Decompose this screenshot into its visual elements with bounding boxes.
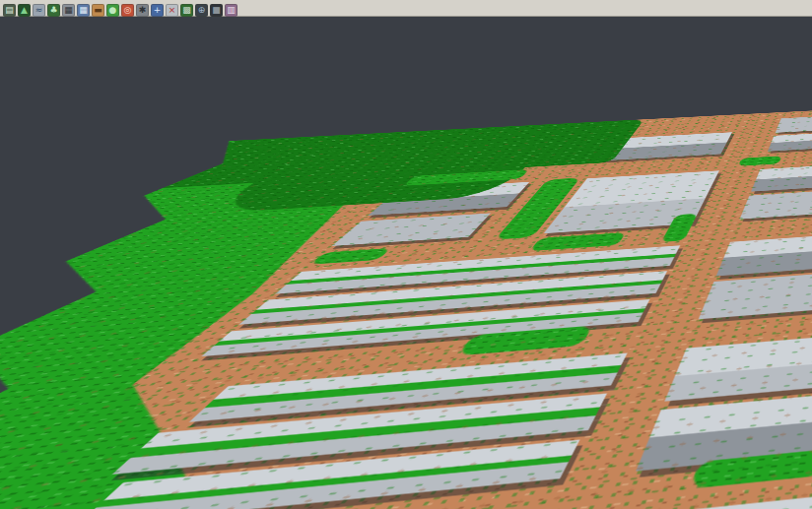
building-roof bbox=[664, 334, 812, 402]
crosshair-icon[interactable]: + bbox=[151, 4, 164, 17]
trees-icon[interactable]: ♣ bbox=[47, 4, 60, 17]
close-icon[interactable]: × bbox=[166, 4, 178, 17]
mesh-icon[interactable]: ▦ bbox=[77, 4, 90, 17]
vegetation-patch bbox=[530, 232, 626, 251]
checker-icon[interactable]: ▩ bbox=[180, 4, 193, 17]
terrain-icon[interactable]: ▲ bbox=[18, 4, 31, 17]
layers-icon[interactable]: ▤ bbox=[3, 4, 16, 17]
ground-icon[interactable]: ▬ bbox=[92, 4, 104, 17]
vegetation-patch bbox=[310, 248, 391, 265]
point-cloud-scene[interactable] bbox=[0, 64, 812, 509]
building-roof bbox=[716, 231, 812, 276]
buildings-icon[interactable]: ▦ bbox=[62, 4, 75, 17]
chart-icon[interactable]: ▥ bbox=[225, 4, 237, 17]
building-roof bbox=[768, 130, 812, 152]
building-roof bbox=[776, 113, 812, 133]
toolbar-icon-group: ▤▲≈♣▦▦▬●◎✱+×▩⊕■▥ bbox=[2, 0, 238, 17]
cube-icon[interactable]: ■ bbox=[210, 4, 223, 17]
3d-viewport[interactable] bbox=[0, 17, 812, 509]
building-roof bbox=[699, 270, 812, 319]
water-icon[interactable]: ≈ bbox=[33, 4, 45, 17]
gear-icon[interactable]: ✱ bbox=[136, 4, 149, 17]
vegetation-patch bbox=[738, 156, 781, 165]
building-roof bbox=[520, 493, 812, 509]
target-icon[interactable]: ◎ bbox=[121, 4, 134, 17]
building-roof bbox=[751, 162, 812, 192]
sphere-icon[interactable]: ● bbox=[106, 4, 119, 17]
toolbar: ▤▲≈♣▦▦▬●◎✱+×▩⊕■▥ bbox=[0, 0, 812, 17]
globe-icon[interactable]: ⊕ bbox=[195, 4, 208, 17]
building-roof bbox=[332, 213, 491, 245]
building-roof bbox=[740, 188, 812, 220]
